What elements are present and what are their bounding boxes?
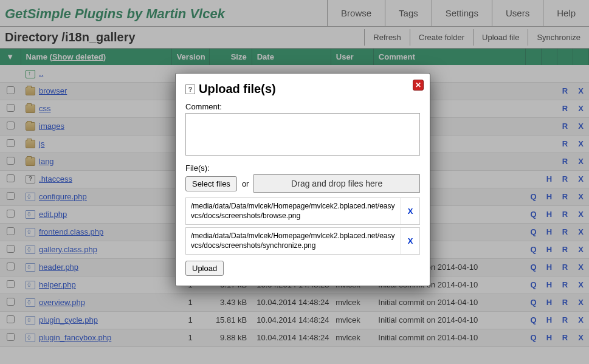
pending-file: /media/data/Data/mvlcek/Homepage/mvlcek2… — [185, 227, 420, 255]
file-path: /media/data/Data/mvlcek/Homepage/mvlcek2… — [186, 198, 401, 224]
or-label: or — [242, 179, 249, 188]
remove-file-button[interactable]: X — [401, 228, 419, 254]
file-list: /media/data/Data/mvlcek/Homepage/mvlcek2… — [185, 197, 420, 255]
modal-title: ?Upload file(s) — [185, 82, 420, 96]
comment-label: Comment: — [185, 102, 420, 111]
select-files-button[interactable]: Select files — [185, 176, 237, 191]
dropzone[interactable]: Drag and drop files here — [253, 174, 420, 193]
upload-button[interactable]: Upload — [185, 261, 224, 276]
files-row: Select files or Drag and drop files here — [185, 174, 420, 193]
modal-title-text: Upload file(s) — [199, 82, 276, 96]
files-label: File(s): — [185, 163, 420, 173]
comment-input[interactable] — [185, 113, 420, 156]
close-icon[interactable]: ✕ — [413, 80, 424, 91]
help-icon: ? — [185, 84, 195, 94]
upload-modal: ✕ ?Upload file(s) Comment: File(s): Sele… — [175, 73, 430, 286]
pending-file: /media/data/Data/mvlcek/Homepage/mvlcek2… — [185, 197, 420, 225]
file-path: /media/data/Data/mvlcek/Homepage/mvlcek2… — [186, 228, 401, 254]
remove-file-button[interactable]: X — [401, 198, 419, 224]
